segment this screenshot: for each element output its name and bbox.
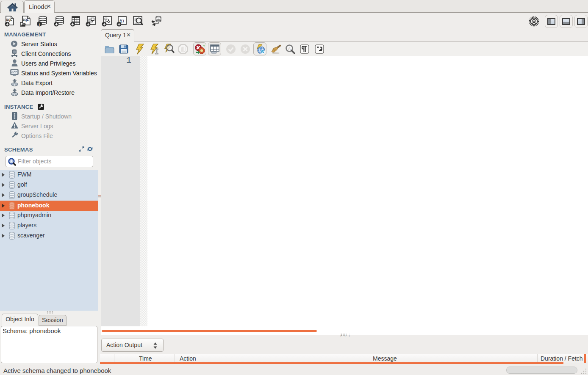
svg-text:SQL: SQL: [6, 18, 13, 22]
svg-text:A: A: [288, 47, 291, 51]
svg-text:i: i: [39, 22, 40, 27]
svg-text:SQL: SQL: [23, 18, 29, 22]
